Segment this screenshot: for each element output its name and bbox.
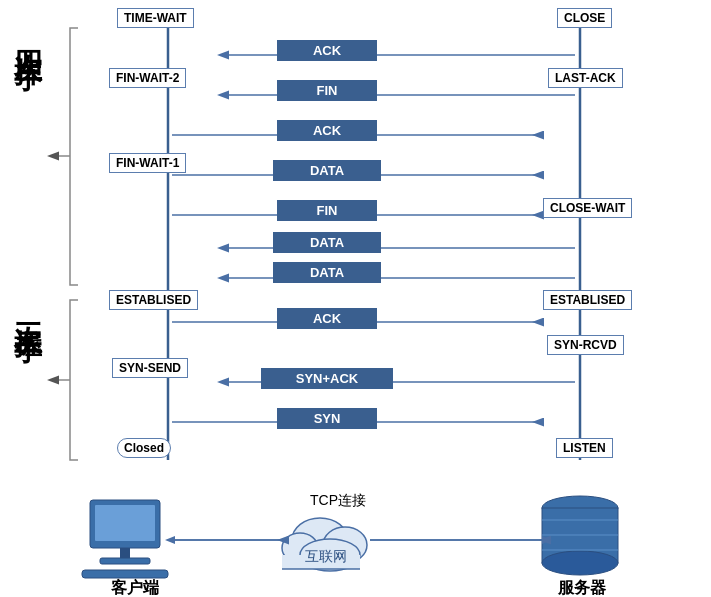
- tcp-conn-label: TCP连接: [310, 492, 366, 510]
- fin-wait-2-state: FIN-WAIT-2: [109, 68, 186, 88]
- svg-rect-15: [95, 505, 155, 541]
- ack3-msg: ACK: [277, 308, 377, 329]
- fin2-msg: FIN: [277, 200, 377, 221]
- svg-marker-35: [165, 536, 175, 544]
- syn-msg: SYN: [277, 408, 377, 429]
- listen-state: LISTEN: [556, 438, 613, 458]
- close-state: CLOSE: [557, 8, 612, 28]
- fin-wait-1-state: FIN-WAIT-1: [109, 153, 186, 173]
- sanchi-label: 三次握手: [8, 300, 46, 316]
- syn-rcvd-state: SYN-RCVD: [547, 335, 624, 355]
- last-ack-state: LAST-ACK: [548, 68, 623, 88]
- svg-rect-16: [120, 548, 130, 558]
- ack1-msg: ACK: [277, 40, 377, 61]
- data1-msg: DATA: [273, 160, 381, 181]
- closed-state: Closed: [117, 438, 171, 458]
- time-wait-state: TIME-WAIT: [117, 8, 194, 28]
- sishi-label: 四次挥手: [8, 28, 46, 44]
- server-label: 服务器: [542, 578, 622, 597]
- fin1-msg: FIN: [277, 80, 377, 101]
- internet-label: 互联网: [305, 548, 347, 566]
- data3-msg: DATA: [273, 262, 381, 283]
- establised-s-state: ESTABLISED: [543, 290, 632, 310]
- syn-send-state: SYN-SEND: [112, 358, 188, 378]
- svg-rect-18: [82, 570, 168, 578]
- ack2-msg: ACK: [277, 120, 377, 141]
- svg-rect-17: [100, 558, 150, 564]
- establised-c-state: ESTABLISED: [109, 290, 198, 310]
- data2-msg: DATA: [273, 232, 381, 253]
- diagram-container: 四次挥手 三次握手 客户端 服务器 TCP连接 互联网 TIME-WAIT FI…: [0, 0, 711, 597]
- svg-point-21: [542, 551, 618, 575]
- syn-ack-msg: SYN+ACK: [261, 368, 393, 389]
- client-label: 客户端: [95, 578, 175, 597]
- close-wait-state: CLOSE-WAIT: [543, 198, 632, 218]
